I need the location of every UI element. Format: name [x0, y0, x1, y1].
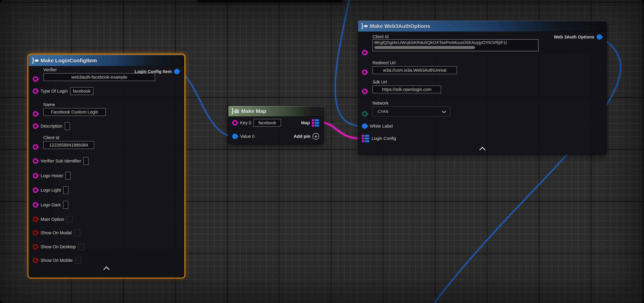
chevron-up-icon — [103, 266, 110, 273]
logo-light-input[interactable] — [63, 186, 68, 194]
verifier-input[interactable]: web3auth-facebook-example — [43, 73, 155, 81]
map-output-label: Map — [301, 120, 310, 125]
make-struct-icon: } — [32, 58, 38, 64]
node-title: Make Map — [241, 108, 266, 114]
name-input[interactable]: Facebook Custom Login — [43, 108, 106, 116]
field-show-on-desktop: Show On Desktop — [29, 242, 184, 251]
pin-type-of-login[interactable] — [33, 88, 38, 94]
show-on-desktop-checkbox[interactable] — [78, 244, 84, 250]
pin-value0[interactable] — [232, 134, 238, 139]
field-client-id: Client Id BEglQSgt4cUWcj6SKRdu5QkOXTsePm… — [358, 34, 606, 51]
pin-verifier[interactable] — [33, 76, 38, 82]
pin-redirect-url[interactable] — [362, 70, 368, 75]
collapse-node-button[interactable] — [358, 148, 606, 152]
pin-logo-light[interactable] — [33, 188, 38, 193]
pin-network[interactable] — [362, 111, 368, 117]
pin-logo-hover[interactable] — [33, 173, 38, 178]
logo-dark-input[interactable] — [63, 201, 68, 209]
type-of-login-input[interactable]: facebook — [70, 87, 93, 95]
pin-main-option[interactable] — [33, 216, 38, 222]
logo-hover-input[interactable] — [66, 172, 71, 180]
description-input[interactable] — [65, 122, 70, 130]
field-show-on-mobile: Show On Mobile — [29, 256, 184, 264]
pin-verifier-sub-identifier[interactable] — [33, 158, 38, 164]
pin-logo-dark[interactable] — [33, 202, 38, 208]
node-make-map[interactable]: } Make Map Key 0 facebook Map Value 0 Ad… — [228, 106, 324, 144]
node-make-web3authoptions[interactable]: } Make Web3AuthOptions Web 3Auth Options… — [358, 20, 606, 154]
pin-key0[interactable] — [232, 120, 238, 126]
field-name: Name Facebook Custom Login — [29, 102, 184, 116]
blueprint-graph-canvas[interactable]: } Make LoginConfigItem Login Config Item… — [0, 0, 644, 303]
collapse-node-button[interactable] — [29, 267, 184, 272]
plus-circle-icon: + — [312, 133, 319, 140]
field-description: Description — [29, 122, 184, 130]
make-map-icon: } — [231, 108, 239, 114]
node-header-make-loginconfigitem[interactable]: } Make LoginConfigItem — [29, 55, 184, 66]
pin-show-on-modal[interactable] — [33, 230, 38, 236]
row-value0-addpin: Value 0 Add pin + — [228, 132, 324, 140]
chevron-up-icon — [479, 147, 486, 153]
redirect-url-input[interactable]: w3a://com.w3a.Web3AuthUnreal — [372, 66, 457, 74]
field-login-config: Login Config — [358, 134, 606, 143]
field-redirect-url: Redirect Url w3a://com.w3a.Web3AuthUnrea… — [358, 60, 606, 74]
field-network: Network CYAN — [358, 101, 606, 116]
network-dropdown[interactable]: CYAN — [372, 106, 450, 116]
node-make-loginconfigitem[interactable]: } Make LoginConfigItem Login Config Item… — [29, 55, 184, 277]
client-id-input[interactable]: BEglQSgt4cUWcj6SKRdu5QkOXTsePmMcusG5EAoy… — [372, 39, 538, 51]
node-title: Make LoginConfigItem — [40, 58, 97, 64]
node-title: Make Web3AuthOptions — [370, 23, 430, 29]
field-main-option: Main Option — [29, 215, 184, 224]
field-show-on-modal: Show On Modal — [29, 228, 184, 237]
field-white-label: White Label — [358, 122, 606, 130]
row-key0-map: Key 0 facebook Map — [228, 118, 324, 127]
sdk-url-input[interactable]: https://sdk.openlogin.com — [372, 86, 441, 93]
add-pin-button[interactable]: Add pin + — [294, 133, 319, 140]
node-header-make-map[interactable]: } Make Map — [228, 106, 324, 116]
field-verifier: Verifier web3auth-facebook-example — [29, 67, 184, 81]
pin-sdk-url[interactable] — [362, 89, 368, 94]
field-logo-dark: Logo Dark — [29, 201, 184, 209]
verifier-sub-identifier-input[interactable] — [84, 157, 88, 165]
field-verifier-sub-identifier: Verifier Sub Identifier — [29, 157, 184, 165]
offscreen-node-bottom-edge[interactable] — [197, 0, 344, 2]
show-on-modal-checkbox[interactable] — [74, 230, 80, 236]
wire-map-to-loginconfig — [320, 122, 360, 138]
field-sdk-url: Sdk Url https://sdk.openlogin.com — [358, 80, 606, 93]
pin-login-config[interactable] — [362, 135, 369, 142]
output-pin-map[interactable] — [312, 119, 319, 126]
pin-show-on-desktop[interactable] — [33, 244, 38, 250]
node-header-make-web3authoptions[interactable]: } Make Web3AuthOptions — [358, 20, 606, 32]
pin-name[interactable] — [33, 111, 38, 117]
wire-map-to-loginconfig-glow — [320, 122, 360, 138]
client-id-input[interactable]: 1222658941886084 — [43, 141, 94, 149]
chevron-down-icon — [442, 109, 446, 113]
field-logo-light: Logo Light — [29, 186, 184, 194]
pin-client-id[interactable] — [362, 50, 368, 55]
key0-input[interactable]: facebook — [254, 119, 281, 127]
field-type-of-login: Type Of Login facebook — [29, 87, 184, 95]
make-struct-icon: } — [361, 23, 368, 29]
show-on-mobile-checkbox[interactable] — [75, 257, 81, 264]
field-logo-hover: Logo Hover — [29, 172, 184, 180]
main-option-checkbox[interactable] — [66, 216, 73, 222]
field-client-id: Client Id 1222658941886084 — [29, 135, 184, 149]
pin-client-id[interactable] — [33, 144, 38, 150]
horizontal-scrollbar-thumb[interactable] — [374, 46, 475, 49]
pin-show-on-mobile[interactable] — [33, 258, 38, 263]
pin-white-label[interactable] — [362, 124, 368, 129]
pin-description[interactable] — [33, 124, 38, 129]
